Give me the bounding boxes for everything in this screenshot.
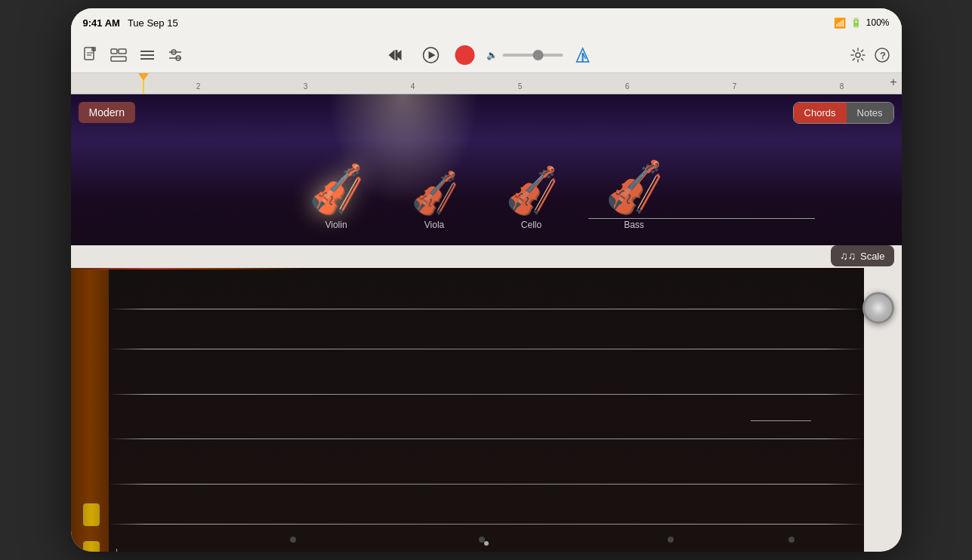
circular-handle[interactable] <box>862 292 894 324</box>
timeline-ruler: 2 3 4 5 6 7 8 + <box>71 73 902 94</box>
annotation-line-1 <box>588 218 815 219</box>
fret-dot-1 <box>290 537 296 543</box>
ensemble-area: Modern Chords Notes 🎻 Violin 🎻 Viola <box>71 94 902 245</box>
string-5[interactable] <box>109 484 864 485</box>
add-section-button[interactable]: + <box>890 75 896 89</box>
scale-label: Scale <box>860 251 885 262</box>
annotation-line-2 <box>751 420 811 421</box>
cello-instrument[interactable]: 🎻 Cello <box>505 165 559 230</box>
string-4[interactable] <box>109 438 864 439</box>
bass-label: Bass <box>624 220 644 230</box>
document-icon[interactable] <box>83 47 98 63</box>
viola-label: Viola <box>424 220 444 230</box>
ruler-mark-4: 5 <box>467 82 574 91</box>
svg-rect-5 <box>119 49 126 54</box>
ruler-mark-6: 7 <box>681 82 788 91</box>
tuner-peg-2 <box>83 541 100 552</box>
viola-icon: 🎻 <box>408 168 461 218</box>
string-3[interactable] <box>109 394 864 395</box>
home-button[interactable] <box>484 541 489 546</box>
battery-level: 100% <box>866 17 890 28</box>
ruler-mark-1: 2 <box>145 82 252 91</box>
playhead[interactable] <box>143 73 144 94</box>
mixer-icon[interactable] <box>168 48 183 62</box>
string-1[interactable] <box>109 309 864 309</box>
bass-icon: 🎻 <box>601 158 666 220</box>
toolbar: 🔈 <box>71 37 902 73</box>
bass-instrument[interactable]: 🎻 Bass <box>604 160 665 230</box>
violin-label: Violin <box>325 220 347 230</box>
annotation-line-3 <box>116 549 117 552</box>
wifi-icon: 📶 <box>834 17 846 29</box>
cello-icon: 🎻 <box>502 163 561 219</box>
scale-button[interactable]: ♫♫ Scale <box>831 245 894 266</box>
battery-icon: 🔋 <box>850 17 862 28</box>
fret-dot-4 <box>788 537 795 543</box>
violin-icon: 🎻 <box>306 161 367 219</box>
rewind-button[interactable] <box>382 43 406 67</box>
status-time: 9:41 AM <box>83 17 120 29</box>
toolbar-center: 🔈 <box>382 43 590 67</box>
volume-low-icon: 🔈 <box>486 50 498 60</box>
ipad-frame: 9:41 AM Tue Sep 15 📶 🔋 100% <box>71 8 902 552</box>
record-button[interactable] <box>455 45 474 65</box>
ruler-mark-5: 6 <box>574 82 681 91</box>
svg-text:?: ? <box>880 50 886 61</box>
modern-style-button[interactable]: Modern <box>79 102 135 123</box>
instruments-row: 🎻 Violin 🎻 Viola 🎻 Cello 🎻 Bass <box>71 160 902 230</box>
scale-music-icon: ♫♫ <box>840 250 856 262</box>
track-view-icon[interactable] <box>110 48 127 62</box>
volume-track[interactable] <box>502 54 563 57</box>
svg-marker-14 <box>388 50 394 60</box>
help-icon[interactable]: ? <box>875 48 890 63</box>
list-icon[interactable] <box>139 49 156 61</box>
chords-button[interactable]: Chords <box>794 103 847 123</box>
tuner-peg-1 <box>83 503 100 526</box>
volume-slider[interactable]: 🔈 <box>486 50 563 60</box>
ruler-mark-7: 8 <box>788 82 896 91</box>
string-2[interactable] <box>109 349 864 349</box>
status-date: Tue Sep 15 <box>128 17 178 29</box>
volume-thumb[interactable] <box>532 50 543 60</box>
main-content: 2 3 4 5 6 7 8 + Modern Chords Notes <box>71 73 902 552</box>
violin-instrument[interactable]: 🎻 Violin <box>308 163 365 230</box>
ruler-mark-3: 4 <box>359 82 467 91</box>
chords-notes-toggle: Chords Notes <box>793 102 894 124</box>
svg-marker-18 <box>428 51 435 59</box>
metronome-icon[interactable] <box>575 47 590 63</box>
notes-button[interactable]: Notes <box>847 103 893 123</box>
cello-label: Cello <box>521 220 542 230</box>
play-button[interactable] <box>418 43 443 67</box>
wood-frame <box>71 269 109 552</box>
ruler-marks: 2 3 4 5 6 7 8 + <box>71 82 902 91</box>
string-6[interactable] <box>109 524 864 525</box>
playhead-triangle <box>138 73 149 81</box>
toolbar-right: ? <box>850 48 890 63</box>
svg-point-22 <box>856 53 860 57</box>
ruler-mark-2: 3 <box>252 82 359 91</box>
svg-rect-6 <box>111 57 126 61</box>
fret-dot-3 <box>668 537 674 543</box>
settings-icon[interactable] <box>850 48 866 63</box>
fretboard[interactable] <box>109 269 864 552</box>
svg-rect-4 <box>111 49 117 54</box>
status-icons: 📶 🔋 100% <box>834 17 890 29</box>
status-bar: 9:41 AM Tue Sep 15 📶 🔋 100% <box>71 8 902 37</box>
viola-instrument[interactable]: 🎻 Viola <box>410 171 459 230</box>
toolbar-left <box>83 47 183 63</box>
scale-area: ♫♫ Scale <box>831 245 894 266</box>
